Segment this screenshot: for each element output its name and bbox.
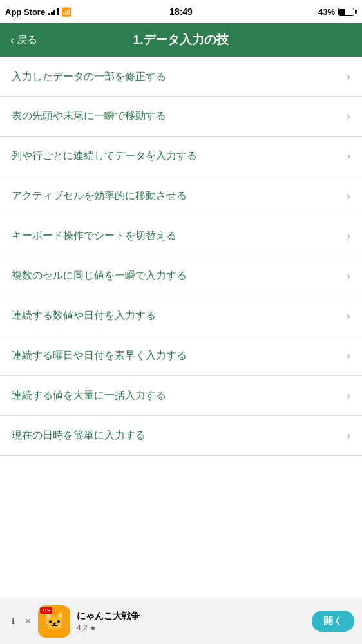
- list-item-label: 複数のセルに同じ値を一瞬で入力する: [12, 269, 341, 283]
- list-item[interactable]: アクティブセルを効率的に移動させる›: [0, 176, 362, 216]
- chevron-right-icon: ›: [347, 70, 350, 84]
- back-label: 戻る: [17, 33, 37, 47]
- list-item-label: キーボード操作でシートを切替える: [12, 229, 341, 243]
- status-time: 18:49: [169, 6, 193, 17]
- signal-icon: [48, 8, 59, 15]
- list-container: 入力したデータの一部を修正する›表の先頭や末尾に一瞬で移動する›列や行ごとに連続…: [0, 57, 362, 598]
- list-item-label: 連続する曜日や日付を素早く入力する: [12, 349, 341, 363]
- carrier-label: App Store: [5, 7, 45, 17]
- list-item-label: 連続する数値や日付を入力する: [12, 309, 341, 323]
- list-item[interactable]: 列や行ごとに連続してデータを入力する›: [0, 137, 362, 176]
- ad-app-icon: 7TH 🐱: [38, 605, 70, 638]
- ad-app-name: にゃんこ大戦争: [77, 611, 305, 622]
- list-item-label: 現在の日時を簡単に入力する: [12, 429, 341, 442]
- ad-star-icon: ★: [90, 623, 97, 632]
- list-item[interactable]: 連続する数値や日付を入力する›: [0, 296, 362, 336]
- chevron-right-icon: ›: [347, 109, 350, 123]
- info-icon: ℹ: [8, 616, 18, 626]
- ad-open-button[interactable]: 開く: [312, 611, 354, 632]
- nav-bar: ‹ 戻る 1.データ入力の技: [0, 23, 362, 57]
- wifi-icon: 📶: [61, 7, 71, 17]
- list-item[interactable]: 複数のセルに同じ値を一瞬で入力する›: [0, 256, 362, 296]
- list-item-label: 表の先頭や末尾に一瞬で移動する: [12, 109, 341, 123]
- back-chevron-icon: ‹: [10, 33, 14, 47]
- list-item[interactable]: 入力したデータの一部を修正する›: [0, 57, 362, 97]
- ad-anniversary-badge: 7TH: [40, 607, 52, 614]
- back-button[interactable]: ‹ 戻る: [10, 33, 37, 47]
- list-item[interactable]: 連続する値を大量に一括入力する›: [0, 376, 362, 416]
- list-item-label: 列や行ごとに連続してデータを入力する: [12, 149, 341, 163]
- chevron-right-icon: ›: [347, 189, 350, 203]
- close-icon[interactable]: ✕: [24, 616, 32, 626]
- list-item[interactable]: 連続する曜日や日付を素早く入力する›: [0, 336, 362, 376]
- chevron-right-icon: ›: [347, 429, 350, 442]
- list-item-label: 連続する値を大量に一括入力する: [12, 389, 341, 402]
- cat-icon: 🐱: [43, 611, 66, 632]
- chevron-right-icon: ›: [347, 349, 350, 363]
- status-left: App Store 📶: [5, 7, 71, 17]
- battery-percent: 43%: [318, 7, 335, 17]
- chevron-right-icon: ›: [347, 149, 350, 163]
- list-item[interactable]: 表の先頭や末尾に一瞬で移動する›: [0, 97, 362, 137]
- status-bar: App Store 📶 18:49 43%: [0, 0, 362, 23]
- list-item-label: 入力したデータの一部を修正する: [12, 70, 341, 84]
- chevron-right-icon: ›: [347, 269, 350, 283]
- status-right: 43%: [318, 7, 354, 17]
- ad-banner: ℹ ✕ 7TH 🐱 にゃんこ大戦争 4.2 ★ 開く: [0, 598, 362, 644]
- battery-icon: [338, 8, 354, 16]
- chevron-right-icon: ›: [347, 229, 350, 243]
- ad-rating: 4.2 ★: [77, 623, 305, 632]
- ad-text-block: にゃんこ大戦争 4.2 ★: [77, 611, 305, 632]
- chevron-right-icon: ›: [347, 309, 350, 323]
- nav-title: 1.データ入力の技: [133, 32, 229, 48]
- ad-rating-value: 4.2: [77, 623, 88, 632]
- list-item[interactable]: キーボード操作でシートを切替える›: [0, 216, 362, 256]
- list-item[interactable]: 現在の日時を簡単に入力する›: [0, 416, 362, 456]
- chevron-right-icon: ›: [347, 389, 350, 402]
- list-item-label: アクティブセルを効率的に移動させる: [12, 189, 341, 203]
